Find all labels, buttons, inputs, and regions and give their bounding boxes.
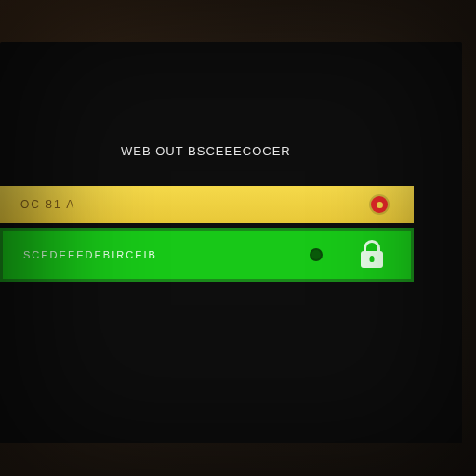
page-title: WEB OUT BSCEEECOCER <box>121 144 291 158</box>
lock-icon <box>359 240 385 270</box>
option-row-yellow[interactable]: OC 81 A <box>0 186 414 223</box>
option-row-green[interactable]: SCEDEEEDEBIRCEIB <box>0 228 414 282</box>
radio-indicator-icon <box>310 248 323 261</box>
close-icon[interactable] <box>371 196 388 213</box>
option-yellow-label: OC 81 A <box>20 198 75 211</box>
option-green-label: SCEDEEEDEBIRCEIB <box>23 249 157 260</box>
